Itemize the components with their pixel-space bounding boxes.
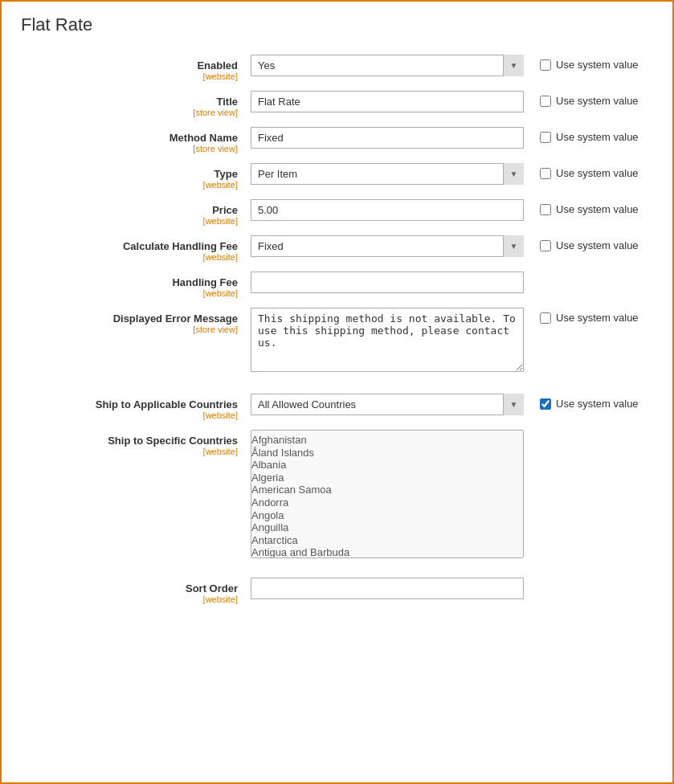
error-message-system-value-checkbox[interactable] [540,312,551,324]
spacer-2 [18,568,656,578]
enabled-system-value-label[interactable]: Use system value [556,59,639,71]
enabled-scope: [website] [18,71,238,81]
page-container: Flat Rate Enabled [website] Yes No Use s… [0,0,674,784]
error-message-label: Displayed Error Message [18,312,238,325]
sort-order-row: Sort Order [website] [18,578,656,604]
method-name-system-value-cell: Use system value [524,127,652,143]
price-system-value-cell: Use system value [524,199,652,215]
applicable-countries-label-cell: Ship to Applicable Countries [website] [18,394,251,420]
type-select-wrapper: Per Item Per Order [251,163,524,185]
calc-handling-fee-select[interactable]: Fixed Percent [251,235,524,257]
enabled-row: Enabled [website] Yes No Use system valu… [18,55,656,81]
sort-order-scope: [website] [18,594,238,604]
title-label-cell: Title [store view] [18,91,251,117]
handling-fee-system-value-cell [524,272,652,276]
type-scope: [website] [18,180,238,190]
calc-handling-fee-label-cell: Calculate Handling Fee [website] [18,235,251,262]
specific-countries-row: Ship to Specific Countries [website] Afg… [18,430,656,558]
title-scope: [store view] [18,108,238,117]
spacer-1 [18,384,656,394]
handling-fee-row: Handling Fee [website] [18,272,656,298]
enabled-label-cell: Enabled [website] [18,55,251,81]
specific-countries-select[interactable]: Afghanistan Åland Islands Albania Algeri… [251,430,524,558]
applicable-countries-select[interactable]: All Allowed Countries Specific Countries [251,394,524,415]
price-label-cell: Price [website] [18,199,251,226]
applicable-countries-field: All Allowed Countries Specific Countries [251,394,524,415]
title-system-value-cell: Use system value [524,91,652,107]
applicable-countries-system-value-label[interactable]: Use system value [556,398,639,410]
error-message-label-cell: Displayed Error Message [store view] [18,308,251,334]
type-system-value-checkbox[interactable] [540,168,551,179]
page-title: Flat Rate [18,14,656,35]
calc-handling-fee-field: Fixed Percent [251,235,524,257]
calc-handling-fee-scope: [website] [18,252,238,262]
sort-order-label-cell: Sort Order [website] [18,578,251,604]
title-system-value-checkbox[interactable] [540,96,551,107]
title-field [251,91,524,112]
handling-fee-label: Handling Fee [18,276,238,288]
price-row: Price [website] Use system value [18,199,656,226]
applicable-countries-label: Ship to Applicable Countries [18,398,238,410]
price-system-value-label[interactable]: Use system value [556,203,639,215]
specific-countries-select-wrapper: Afghanistan Åland Islands Albania Algeri… [251,430,524,558]
price-field [251,199,524,221]
title-system-value-label[interactable]: Use system value [556,95,639,107]
sort-order-input[interactable] [251,578,524,599]
specific-countries-scope: [website] [18,447,238,456]
type-label: Type [18,168,238,180]
price-scope: [website] [18,216,238,226]
type-field: Per Item Per Order [251,163,524,185]
method-name-field [251,127,524,149]
enabled-system-value-checkbox[interactable] [540,59,551,71]
enabled-select-wrapper: Yes No [251,55,524,76]
price-label: Price [18,204,238,216]
enabled-select[interactable]: Yes No [251,55,524,76]
type-select[interactable]: Per Item Per Order [251,163,524,185]
applicable-countries-system-value-checkbox[interactable] [540,398,551,410]
price-input[interactable] [251,199,524,221]
error-message-system-value-label[interactable]: Use system value [556,312,639,324]
error-message-system-value-cell: Use system value [524,308,652,324]
method-name-scope: [store view] [18,144,238,153]
calc-handling-fee-label: Calculate Handling Fee [18,240,238,252]
applicable-countries-system-value-cell: Use system value [524,394,652,410]
applicable-countries-scope: [website] [18,410,238,420]
type-system-value-label[interactable]: Use system value [556,167,639,179]
calc-handling-fee-select-wrapper: Fixed Percent [251,235,524,257]
method-name-label-cell: Method Name [store view] [18,127,251,153]
price-system-value-checkbox[interactable] [540,204,551,215]
specific-countries-field: Afghanistan Åland Islands Albania Algeri… [251,430,524,558]
type-system-value-cell: Use system value [524,163,652,179]
handling-fee-scope: [website] [18,288,238,298]
type-row: Type [website] Per Item Per Order Use sy… [18,163,656,190]
applicable-countries-row: Ship to Applicable Countries [website] A… [18,394,656,420]
title-row: Title [store view] Use system value [18,91,656,117]
calc-handling-fee-row: Calculate Handling Fee [website] Fixed P… [18,235,656,262]
sort-order-field [251,578,524,599]
specific-countries-label-cell: Ship to Specific Countries [website] [18,430,251,456]
type-label-cell: Type [website] [18,163,251,190]
handling-fee-field [251,272,524,293]
error-message-textarea[interactable]: This shipping method is not available. T… [251,308,524,372]
title-input[interactable] [251,91,524,112]
handling-fee-label-cell: Handling Fee [website] [18,272,251,298]
handling-fee-input[interactable] [251,272,524,293]
method-name-system-value-label[interactable]: Use system value [556,131,639,143]
calc-handling-fee-system-value-checkbox[interactable] [540,240,551,251]
specific-countries-system-value-cell [524,430,652,434]
method-name-input[interactable] [251,127,524,149]
calc-handling-fee-system-value-label[interactable]: Use system value [556,239,639,251]
method-name-label: Method Name [18,132,238,144]
title-label: Title [18,96,238,108]
enabled-system-value-cell: Use system value [524,55,652,71]
method-name-system-value-checkbox[interactable] [540,132,551,143]
error-message-scope: [store view] [18,325,238,334]
specific-countries-label: Ship to Specific Countries [18,435,238,447]
enabled-field: Yes No [251,55,524,76]
error-message-field: This shipping method is not available. T… [251,308,524,374]
applicable-countries-select-wrapper: All Allowed Countries Specific Countries [251,394,524,415]
error-message-row: Displayed Error Message [store view] Thi… [18,308,656,374]
calc-handling-fee-system-value-cell: Use system value [524,235,652,251]
method-name-row: Method Name [store view] Use system valu… [18,127,656,153]
sort-order-system-value-cell [524,578,652,582]
